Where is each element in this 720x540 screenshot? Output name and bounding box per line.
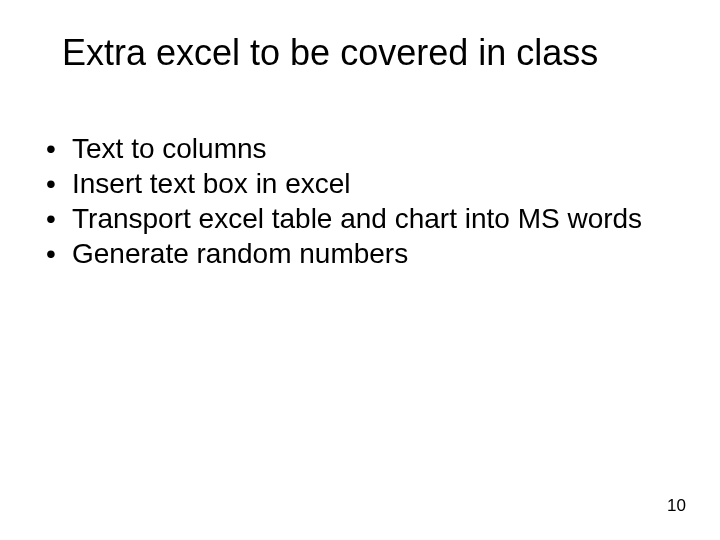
bullet-list: Text to columns Insert text box in excel… bbox=[40, 132, 680, 272]
list-item: Transport excel table and chart into MS … bbox=[40, 202, 680, 236]
list-item: Insert text box in excel bbox=[40, 167, 680, 201]
list-item: Text to columns bbox=[40, 132, 680, 166]
slide-container: Extra excel to be covered in class Text … bbox=[0, 0, 720, 540]
list-item: Generate random numbers bbox=[40, 237, 680, 271]
slide-title: Extra excel to be covered in class bbox=[62, 32, 680, 74]
page-number: 10 bbox=[667, 496, 686, 516]
